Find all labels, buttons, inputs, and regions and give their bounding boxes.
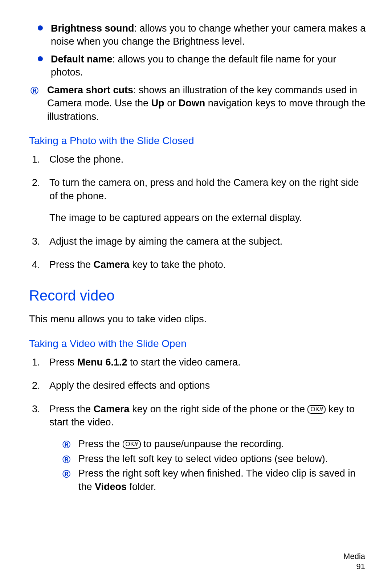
mid: or [164, 98, 179, 109]
r-icon: ® [62, 437, 70, 452]
bullet-brightness-sound: Brightness sound: allows you to change w… [29, 22, 367, 48]
sub-c: ® Press the right soft key when finished… [64, 467, 367, 493]
footer-section: Media [343, 551, 365, 562]
bold: Camera [94, 259, 130, 270]
pre: Press [49, 357, 77, 368]
r-icon: ® [62, 467, 70, 482]
step-2: Apply the desired effects and options [29, 379, 367, 392]
post: to pause/unpause the recording. [141, 438, 284, 449]
ok-key-icon: OK/i [307, 405, 326, 414]
text: Apply the desired effects and options [49, 380, 210, 391]
page-content: Brightness sound: allows you to change w… [29, 22, 367, 493]
text: Close the phone. [49, 154, 123, 165]
bold: Camera [94, 404, 130, 415]
term: Default name [51, 54, 113, 65]
term: Camera short cuts [47, 85, 133, 95]
sub-b: ® Press the left soft key to select vide… [64, 452, 367, 465]
post: folder. [127, 481, 156, 492]
step-4: Press the Camera key to take the photo. [29, 258, 367, 271]
sub-actions: ® Press the OK/i to pause/unpause the re… [49, 437, 367, 493]
bold: Videos [95, 481, 127, 492]
step-1: Press Menu 6.1.2 to start the video came… [29, 356, 367, 369]
subheading-video-slide-open: Taking a Video with the Slide Open [29, 337, 367, 351]
text-extra: The image to be captured appears on the … [49, 211, 367, 224]
step-2: To turn the camera on, press and hold th… [29, 176, 367, 224]
post: to start the video camera. [127, 357, 241, 368]
footer-page: 91 [343, 562, 365, 572]
ok-key-icon: OK/i [123, 440, 141, 449]
steps-photo: Close the phone. To turn the camera on, … [29, 153, 367, 271]
r-icon: ® [30, 83, 38, 98]
down: Down [179, 98, 205, 109]
steps-video: Press Menu 6.1.2 to start the video came… [29, 356, 367, 494]
mid: key on the right side of the phone or th… [130, 404, 308, 415]
camera-shortcuts: ® Camera short cuts: shows an illustrati… [29, 83, 367, 123]
step-3: Adjust the image by aiming the camera at… [29, 235, 367, 248]
bold: Menu 6.1.2 [77, 357, 127, 368]
subheading-photo-slide-closed: Taking a Photo with the Slide Closed [29, 134, 367, 148]
text: Adjust the image by aiming the camera at… [49, 236, 282, 247]
sub-a: ® Press the OK/i to pause/unpause the re… [64, 437, 367, 450]
page-footer: Media 91 [343, 551, 365, 572]
r-icon: ® [62, 452, 70, 467]
text: To turn the camera on, press and hold th… [49, 177, 359, 201]
term: Brightness sound [51, 23, 134, 34]
pre: Press the [49, 404, 94, 415]
section-record-video: Record video [29, 286, 367, 305]
post: key to take the photo. [130, 259, 226, 270]
pre: Press the [49, 259, 94, 270]
bullet-list: Brightness sound: allows you to change w… [29, 22, 367, 79]
bullet-default-name: Default name: allows you to change the d… [29, 53, 367, 79]
text: Press the left soft key to select video … [78, 453, 328, 464]
pre: Press the [78, 438, 123, 449]
step-1: Close the phone. [29, 153, 367, 166]
section-desc: This menu allows you to take video clips… [29, 313, 367, 326]
up: Up [151, 98, 164, 109]
step-3: Press the Camera key on the right side o… [29, 403, 367, 494]
